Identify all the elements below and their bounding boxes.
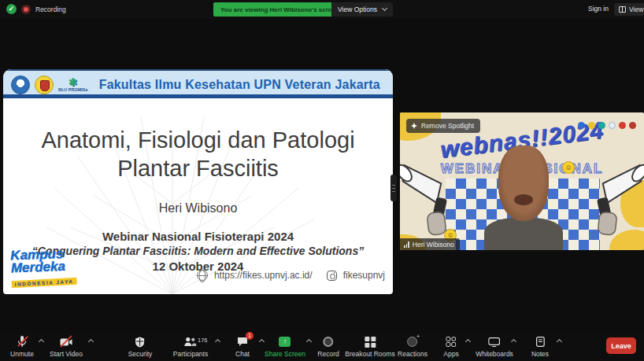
slide-header-band: ✻ BLU PROMISe Fakultas Ilmu Kesehatan UP… (3, 69, 393, 98)
sponsor-logo-icon (588, 122, 595, 129)
kemdikbud-logo-icon (11, 76, 30, 94)
security-label: Security (128, 350, 153, 358)
instagram-handle: fikesupnvj (343, 270, 385, 281)
leave-button[interactable]: Leave (606, 337, 636, 354)
sign-in-button[interactable]: Sign in (588, 5, 609, 13)
reactions-button[interactable]: Reactions (398, 336, 427, 358)
upn-veteran-logo-icon (35, 76, 54, 94)
reactions-smiley-icon (408, 337, 418, 347)
globe-icon (197, 270, 208, 281)
remove-spotlight-button[interactable]: Remove Spotlight (406, 119, 480, 133)
chat-unread-badge: 1 (246, 332, 254, 340)
notes-icon (536, 336, 545, 348)
sponsor-logo-icon (609, 122, 616, 129)
kampus-logo-line2: Merdeka (11, 260, 76, 275)
reactions-label: Reactions (398, 350, 427, 358)
speaker-video-tile: webnas!!2024 WEBINAR NASIONAL ☺ ☺ ☺ Remo… (400, 112, 644, 250)
view-options-label: View Options (338, 6, 377, 13)
blu-x-glyph: ✻ (68, 78, 77, 87)
security-button[interactable]: Security (128, 336, 153, 358)
viewing-screen-banner: You are viewing Heri Wibisono's screen (213, 2, 346, 17)
view-options-button[interactable]: View Options (331, 2, 393, 17)
record-icon (324, 337, 334, 347)
breakout-rooms-icon (365, 337, 376, 347)
breakout-rooms-button[interactable]: Breakout Rooms (345, 336, 394, 358)
start-video-button[interactable]: Start Video (50, 336, 83, 358)
slide-links-row: https://fikes.upnvj.ac.id/ fikesupnvj (197, 270, 385, 281)
event-name: Webinar Nasional Fisioterapi 2024 (3, 230, 393, 243)
blu-logo-text: BLU PROMISe (58, 87, 88, 92)
record-button[interactable]: Record (317, 336, 339, 358)
sponsor-logo-icon (629, 122, 636, 129)
video-options-chevron-icon[interactable] (88, 339, 94, 344)
chat-options-chevron-icon[interactable] (259, 339, 265, 344)
slide-title: Anatomi, Fisiologi dan Patologi Plantar … (3, 126, 393, 182)
slide-title-line1: Anatomi, Fisiologi dan Patologi (3, 126, 393, 154)
apps-options-chevron-icon[interactable] (465, 339, 471, 344)
chat-label: Chat (235, 350, 250, 358)
participant-name-tag: Heri Wibisono (400, 238, 460, 250)
whiteboards-icon (489, 336, 501, 348)
sponsor-logo-icon (619, 122, 626, 129)
participants-options-chevron-icon[interactable] (215, 339, 220, 344)
chevron-down-icon (382, 6, 387, 11)
participants-label: Participants (173, 350, 208, 358)
participants-count: 176 (198, 337, 208, 344)
microphone-muted-icon (17, 336, 27, 348)
kampus-merdeka-logo: Kampus Merdeka INDONESIA JAYA (10, 248, 77, 289)
layout-grid-icon (619, 6, 626, 13)
security-shield-icon (135, 336, 145, 348)
blu-promise-logo-icon: ✻ BLU PROMISe (58, 78, 88, 92)
unmute-button[interactable]: Unmute (10, 336, 34, 358)
chat-button[interactable]: 1 Chat (235, 336, 250, 358)
view-layout-button[interactable]: View (614, 3, 644, 16)
megaphone-icon (583, 156, 644, 240)
faculty-title: Fakultas Ilmu Kesehatan UPN Veteran Jaka… (99, 78, 385, 92)
instagram-icon (327, 271, 337, 281)
record-label: Record (317, 350, 339, 358)
notes-button[interactable]: Notes (531, 336, 549, 358)
spotlight-icon (411, 123, 417, 129)
presenter-name: Heri Wibisono (3, 201, 393, 215)
apps-icon (446, 336, 457, 348)
share-options-chevron-icon[interactable] (306, 339, 312, 344)
megaphone-icon (400, 156, 461, 240)
share-screen-icon: ↑ (279, 337, 291, 347)
apps-label: Apps (443, 350, 458, 358)
smiley-decoration: ☺ (562, 161, 575, 174)
camera-off-icon (60, 336, 72, 348)
website-url: https://fikes.upnvj.ac.id/ (214, 270, 313, 281)
kampus-logo-banner: INDONESIA JAYA (11, 278, 76, 288)
notes-options-chevron-icon[interactable] (557, 339, 562, 344)
sponsor-logo-icon (598, 122, 605, 129)
participants-button[interactable]: 176 Participants (173, 336, 208, 358)
whiteboards-button[interactable]: Whiteboards (476, 336, 513, 358)
participant-name: Heri Wibisono (413, 241, 454, 249)
participants-icon: 176 (184, 336, 197, 348)
sponsor-logos-row (578, 122, 636, 129)
zoom-meeting-window: { "top_bar": { "recording_label": "Recor… (0, 0, 644, 361)
slide-title-line2: Plantar Fasciitis (3, 154, 393, 182)
unmute-label: Unmute (10, 350, 34, 358)
recording-indicator-icon (21, 5, 31, 14)
remove-spotlight-label: Remove Spotlight (421, 122, 474, 130)
chat-bubble-icon: 1 (237, 336, 248, 348)
start-video-label: Start Video (50, 350, 83, 358)
encryption-shield-icon[interactable]: ✓ (6, 4, 17, 14)
view-button-label: View (629, 6, 643, 13)
meeting-top-bar: ✓ Recording You are viewing Heri Wibison… (0, 0, 644, 19)
unmute-options-chevron-icon[interactable] (39, 339, 44, 344)
shared-screen-slide: ✻ BLU PROMISe Fakultas Ilmu Kesehatan UP… (3, 69, 393, 294)
breakout-rooms-label: Breakout Rooms (345, 350, 394, 358)
audio-level-icon (404, 241, 409, 248)
whiteboards-label: Whiteboards (476, 350, 513, 358)
meeting-toolbar: Unmute Start Video Security 176 Particip… (0, 333, 644, 361)
recording-label: Recording (35, 6, 66, 13)
apps-button[interactable]: Apps (443, 336, 458, 358)
share-screen-label: Share Screen (265, 350, 305, 358)
panel-resize-handle[interactable] (390, 175, 397, 201)
speaker-person (492, 146, 555, 250)
sponsor-logo-icon (578, 122, 585, 129)
share-screen-button[interactable]: ↑ Share Screen (265, 336, 305, 358)
notes-label: Notes (531, 350, 549, 358)
